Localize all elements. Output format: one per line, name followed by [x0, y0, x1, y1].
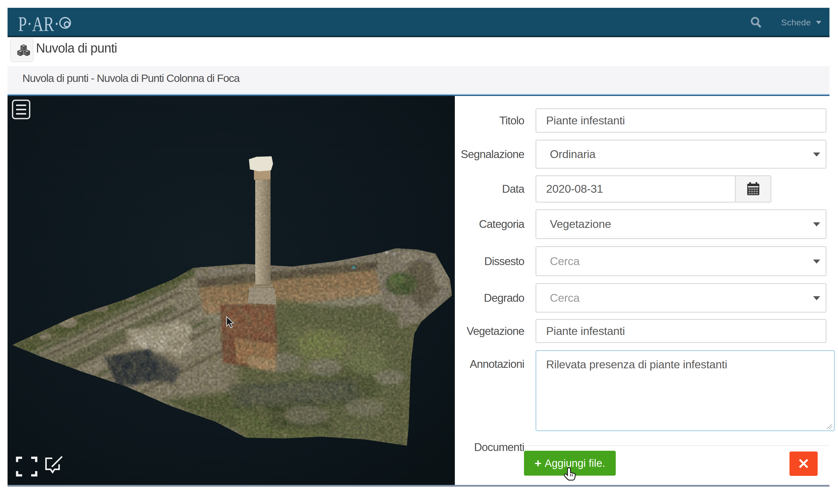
svg-text:P·AR·: P·AR·: [18, 13, 59, 35]
